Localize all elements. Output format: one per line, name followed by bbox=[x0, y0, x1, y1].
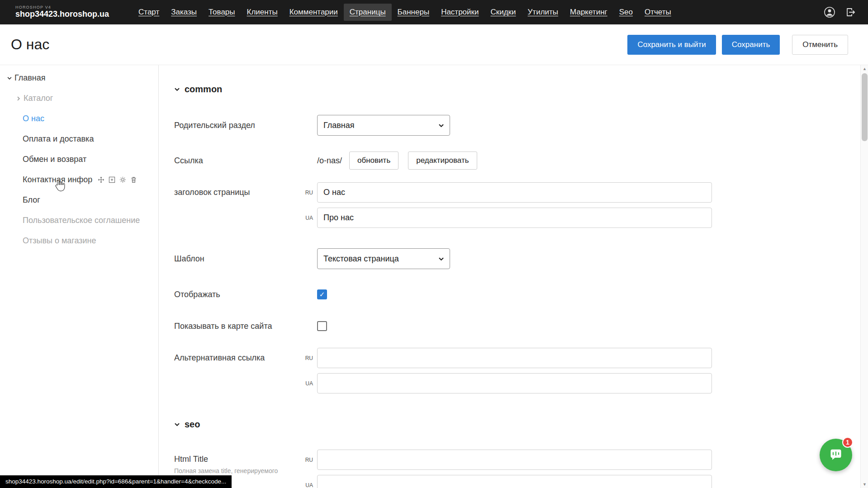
sitemap-label: Показывать в карте сайта bbox=[174, 321, 301, 332]
add-page-icon[interactable] bbox=[109, 176, 115, 183]
brand-domain: shop34423.horoshop.ua bbox=[15, 10, 109, 19]
sidebar-item-glavnaya[interactable]: Главная bbox=[0, 68, 158, 88]
parent-section-value: Главная bbox=[323, 121, 355, 130]
chat-widget-button[interactable]: 1 bbox=[820, 439, 852, 471]
save-button[interactable]: Сохранить bbox=[722, 35, 780, 55]
section-common-toggle[interactable]: common bbox=[174, 83, 860, 95]
display-checkbox[interactable]: ✓ bbox=[317, 289, 327, 299]
sidebar-item-katalog[interactable]: Каталог bbox=[0, 88, 158, 109]
tree-item-tools bbox=[98, 176, 137, 183]
sidebar-item-blog[interactable]: Блог bbox=[0, 190, 158, 210]
menu-marketing[interactable]: Маркетинг bbox=[564, 4, 613, 21]
ua-tag: UA bbox=[301, 380, 317, 387]
alt-link-label: Альтернативная ссылка bbox=[174, 348, 301, 368]
ru-tag: RU bbox=[301, 355, 317, 361]
page-title-label: заголовок страницы bbox=[174, 182, 301, 203]
save-and-exit-button[interactable]: Сохранить и выйти bbox=[627, 35, 716, 55]
delete-trash-icon[interactable] bbox=[130, 176, 137, 183]
sidebar-item-label: Каталог bbox=[24, 94, 53, 103]
main-menu: Старт Заказы Товары Клиенты Комментарии … bbox=[133, 0, 677, 24]
html-title-input-ua[interactable] bbox=[317, 475, 712, 488]
move-icon[interactable] bbox=[98, 176, 104, 183]
page-edit-form: common Родительский раздел Главная Ссылк… bbox=[159, 65, 860, 488]
logout-icon[interactable] bbox=[845, 7, 856, 18]
menu-utilities[interactable]: Утилиты bbox=[522, 4, 564, 21]
menu-orders[interactable]: Заказы bbox=[165, 4, 203, 21]
ru-tag: RU bbox=[301, 457, 317, 463]
display-label: Отображать bbox=[174, 289, 301, 300]
section-common-title: common bbox=[185, 84, 222, 95]
chat-unread-badge: 1 bbox=[842, 437, 853, 448]
page-title-input-ru[interactable] bbox=[317, 182, 712, 203]
page-header: О нас Сохранить и выйти Сохранить Отмени… bbox=[0, 24, 868, 65]
page-title-row: заголовок страницы RU UA bbox=[174, 182, 860, 228]
user-account-icon[interactable] bbox=[824, 6, 835, 18]
sidebar-item-label: Обмен и возврат bbox=[23, 155, 86, 164]
html-title-input-ru[interactable] bbox=[317, 450, 712, 470]
link-refresh-button[interactable]: обновить bbox=[349, 152, 398, 170]
sidebar-item-label: Блог bbox=[23, 195, 40, 205]
alt-link-input-ua[interactable] bbox=[317, 373, 712, 393]
ua-tag: UA bbox=[301, 482, 317, 488]
check-icon: ✓ bbox=[319, 290, 325, 298]
cancel-button[interactable]: Отменить bbox=[792, 35, 848, 55]
menu-discounts[interactable]: Скидки bbox=[484, 4, 522, 21]
pages-tree-sidebar: Главная Каталог О нас Оплата и доставка … bbox=[0, 65, 159, 488]
brand[interactable]: HOROSHOP V4 shop34423.horoshop.ua bbox=[15, 5, 109, 19]
link-preview-statusbar: shop34423.horoshop.ua/edit/edit.php?id=6… bbox=[0, 475, 232, 488]
menu-products[interactable]: Товары bbox=[203, 4, 241, 21]
ru-tag: RU bbox=[301, 190, 317, 196]
sidebar-item-label: Контактная инфор bbox=[23, 175, 92, 185]
sidebar-item-o-nas[interactable]: О нас bbox=[0, 109, 158, 129]
menu-settings[interactable]: Настройки bbox=[435, 4, 484, 21]
vertical-scrollbar[interactable]: ▲ ▼ bbox=[860, 65, 868, 488]
template-label: Шаблон bbox=[174, 254, 301, 264]
sitemap-checkbox[interactable] bbox=[317, 321, 327, 331]
section-seo-title: seo bbox=[185, 419, 200, 430]
menu-start[interactable]: Старт bbox=[133, 4, 165, 21]
chevron-right-icon bbox=[14, 96, 24, 101]
section-seo-toggle[interactable]: seo bbox=[174, 418, 860, 430]
link-edit-button[interactable]: редактировать bbox=[408, 152, 477, 170]
page-title: О нас bbox=[11, 36, 49, 53]
html-title-row: Html Title Полная замена title, генериру… bbox=[174, 450, 860, 488]
sidebar-item-label: Отзывы о магазине bbox=[23, 236, 96, 246]
scrollbar-thumb[interactable] bbox=[862, 73, 868, 141]
topbar-actions bbox=[824, 6, 856, 18]
settings-gear-icon[interactable] bbox=[119, 176, 126, 183]
ua-tag: UA bbox=[301, 215, 317, 221]
template-select[interactable]: Текстовая страница bbox=[317, 248, 450, 269]
alt-link-row: Альтернативная ссылка RU UA bbox=[174, 348, 860, 393]
alt-link-input-ru[interactable] bbox=[317, 348, 712, 368]
sidebar-item-polzovatelskoe-soglashenie[interactable]: Пользовательское соглашение bbox=[0, 210, 158, 231]
menu-comments[interactable]: Комментарии bbox=[284, 4, 344, 21]
sidebar-item-kontaktnaya-infor[interactable]: Контактная инфор bbox=[0, 170, 158, 190]
html-title-label: Html Title bbox=[174, 455, 208, 464]
sidebar-item-otzyvy-o-magazine[interactable]: Отзывы о магазине bbox=[0, 231, 158, 251]
template-value: Текстовая страница bbox=[323, 254, 399, 264]
scroll-up-icon[interactable]: ▲ bbox=[861, 65, 868, 72]
link-row: Ссылка /o-nas/ обновить редактировать bbox=[174, 152, 860, 170]
menu-pages[interactable]: Страницы bbox=[344, 4, 392, 21]
chat-bubble-icon bbox=[828, 447, 844, 463]
sidebar-item-obmen-i-vozvrat[interactable]: Обмен и возврат bbox=[0, 149, 158, 170]
sidebar-item-oplata-i-dostavka[interactable]: Оплата и доставка bbox=[0, 129, 158, 149]
parent-section-label: Родительский раздел bbox=[174, 121, 301, 130]
scroll-down-icon[interactable]: ▼ bbox=[861, 481, 868, 488]
chevron-down-icon bbox=[5, 76, 14, 81]
menu-banners[interactable]: Баннеры bbox=[392, 4, 436, 21]
menu-clients[interactable]: Клиенты bbox=[241, 4, 284, 21]
menu-seo[interactable]: Seo bbox=[613, 4, 639, 21]
sitemap-row: Показывать в карте сайта bbox=[174, 321, 860, 332]
html-title-label-block: Html Title Полная замена title, генериру… bbox=[174, 450, 301, 474]
page-title-input-ua[interactable] bbox=[317, 208, 712, 228]
sidebar-item-label: Оплата и доставка bbox=[23, 134, 94, 144]
sidebar-item-label: Главная bbox=[14, 73, 46, 83]
parent-section-row: Родительский раздел Главная bbox=[174, 115, 860, 136]
menu-reports[interactable]: Отчеты bbox=[639, 4, 677, 21]
parent-section-select[interactable]: Главная bbox=[317, 115, 450, 136]
html-title-hint: Полная замена title, генерируемого bbox=[174, 467, 301, 474]
sidebar-item-label: О нас bbox=[23, 114, 44, 123]
sidebar-item-label: Пользовательское соглашение bbox=[23, 216, 140, 225]
link-label: Ссылка bbox=[174, 156, 301, 166]
